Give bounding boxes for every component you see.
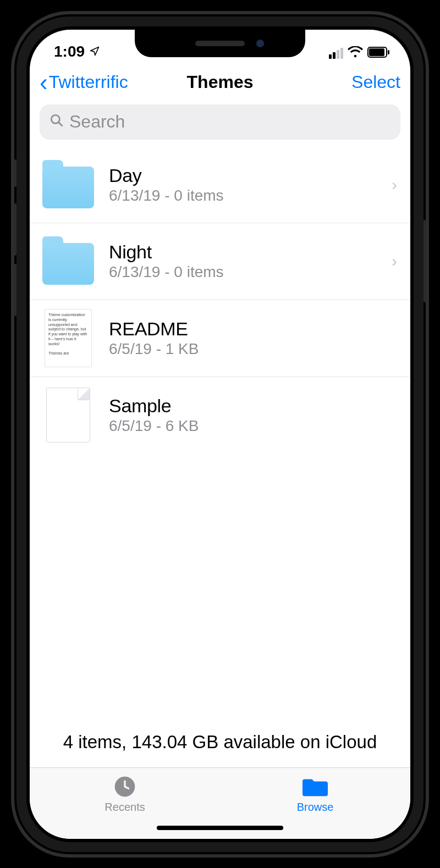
folder-icon bbox=[302, 775, 328, 799]
side-button bbox=[424, 220, 427, 302]
svg-line-4 bbox=[58, 122, 62, 126]
chevron-right-icon: › bbox=[392, 175, 400, 194]
list-item[interactable]: Night 6/13/19 - 0 items › bbox=[30, 223, 410, 300]
list-item[interactable]: Sample 6/5/19 - 6 KB bbox=[30, 377, 410, 454]
back-button[interactable]: ‹ Twitterrific bbox=[40, 70, 128, 95]
clock-icon bbox=[114, 775, 136, 799]
notch bbox=[135, 30, 305, 57]
storage-summary: 4 items, 143.04 GB available on iCloud bbox=[30, 731, 410, 767]
wifi-icon bbox=[348, 46, 363, 60]
front-camera bbox=[256, 40, 264, 47]
folder-icon bbox=[42, 167, 94, 208]
item-title: Day bbox=[109, 165, 378, 186]
chevron-right-icon: › bbox=[392, 252, 400, 270]
tab-label: Browse bbox=[297, 801, 334, 814]
list-item[interactable]: Day 6/13/19 - 0 items › bbox=[30, 146, 410, 223]
screen: 1:09 bbox=[30, 30, 410, 839]
speaker bbox=[195, 41, 245, 46]
search-input[interactable]: Search bbox=[40, 104, 400, 140]
file-list: Day 6/13/19 - 0 items › Night 6/13/19 - … bbox=[30, 146, 410, 731]
list-item[interactable]: Theme customization is currently unsuppo… bbox=[30, 300, 410, 377]
text-document-icon: Theme customization is currently unsuppo… bbox=[45, 309, 92, 367]
chevron-left-icon: ‹ bbox=[40, 70, 48, 95]
battery-icon bbox=[367, 47, 391, 60]
status-time: 1:09 bbox=[54, 43, 85, 60]
item-title: README bbox=[109, 318, 400, 340]
location-arrow-icon bbox=[89, 43, 100, 60]
item-title: Night bbox=[109, 241, 378, 263]
volume-down-button bbox=[13, 264, 16, 316]
svg-rect-2 bbox=[388, 50, 389, 54]
svg-rect-1 bbox=[369, 48, 384, 56]
mute-switch bbox=[13, 159, 16, 187]
phone-frame: 1:09 bbox=[16, 16, 424, 852]
home-indicator[interactable] bbox=[157, 826, 283, 830]
item-subtitle: 6/13/19 - 0 items bbox=[109, 263, 378, 281]
item-title: Sample bbox=[109, 395, 400, 417]
folder-icon bbox=[42, 243, 94, 285]
search-icon bbox=[50, 112, 64, 132]
select-button[interactable]: Select bbox=[351, 72, 400, 92]
page-title: Themes bbox=[187, 72, 254, 92]
search-placeholder: Search bbox=[69, 112, 125, 132]
cellular-signal-icon bbox=[329, 48, 343, 59]
volume-up-button bbox=[13, 203, 16, 256]
item-subtitle: 6/13/19 - 0 items bbox=[109, 187, 378, 204]
nav-bar: ‹ Twitterrific Themes Select bbox=[30, 63, 410, 102]
document-icon bbox=[46, 388, 90, 443]
item-subtitle: 6/5/19 - 1 KB bbox=[109, 340, 400, 358]
item-subtitle: 6/5/19 - 6 KB bbox=[109, 417, 400, 435]
back-label: Twitterrific bbox=[49, 72, 128, 92]
tab-label: Recents bbox=[105, 801, 145, 814]
